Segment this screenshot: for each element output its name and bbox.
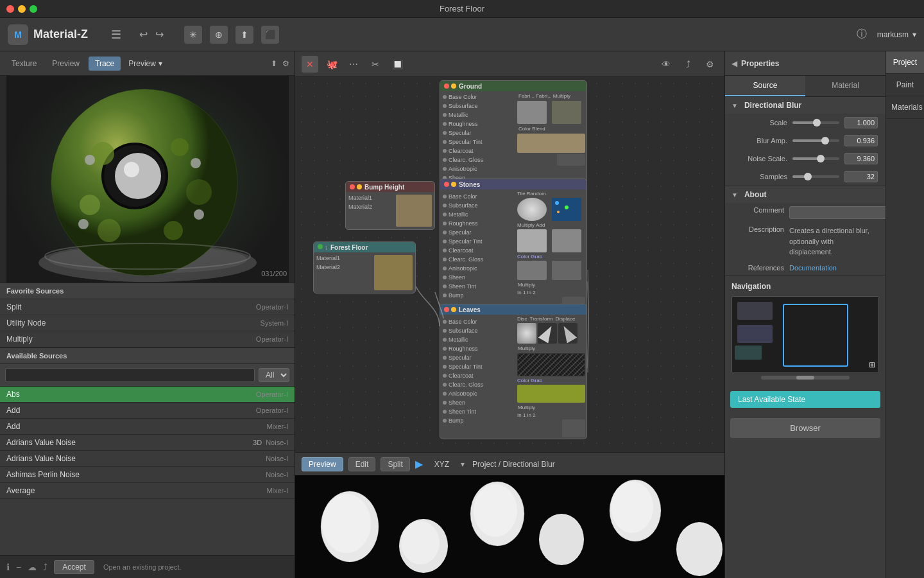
user-dropdown-icon[interactable]: ▾ (912, 30, 916, 39)
node-forest[interactable]: ↕ Forest Floor Material1 Material2 (313, 241, 416, 293)
nav-zoom-icon[interactable]: ⊞ (869, 360, 875, 369)
center-panel: ✕ 🐙 ⋯ ✂ 🔲 👁 ⤴ ⚙ Ground Bas (295, 51, 725, 578)
svg-point-10 (171, 138, 189, 156)
side-btn-materials[interactable]: Materials (886, 96, 924, 119)
noise-scale-label: Noise Scale. (733, 155, 787, 162)
about-refs-row: References Documentation (725, 261, 886, 275)
node-tool-add[interactable]: 🐙 (323, 56, 340, 73)
redo-button[interactable]: ↪ (153, 27, 166, 42)
fav-item-split[interactable]: Split Operator-I (0, 299, 295, 315)
close-button[interactable] (6, 5, 14, 13)
side-btn-paint[interactable]: Paint (886, 74, 924, 96)
cloud-icon[interactable]: ☁ (28, 562, 37, 572)
search-row: All (0, 364, 295, 387)
documentation-link[interactable]: Documentation (789, 264, 837, 272)
samples-value[interactable] (844, 171, 878, 182)
node-stones-header: Stones (440, 179, 586, 189)
upload-icon[interactable]: ⬆ (271, 59, 277, 68)
node-toolbar-right: 👁 ⤴ ⚙ (658, 56, 718, 73)
dropdown-arrow-icon: ▾ (158, 59, 162, 68)
svg-rect-41 (735, 346, 762, 360)
nav-map[interactable]: ⊞ (732, 296, 879, 373)
split-button[interactable]: Split (381, 457, 409, 471)
edit-button[interactable]: Edit (348, 457, 376, 471)
fav-item-multiply[interactable]: Multiply Operator-I (0, 331, 295, 347)
node-tool-connect[interactable]: ⋯ (345, 56, 362, 73)
preview-button[interactable]: Preview (302, 457, 343, 471)
samples-slider[interactable] (792, 171, 839, 182)
blur-amp-label: Blur Amp. (733, 137, 787, 144)
node-stones[interactable]: Stones Base Color Subsurface Metallic Ro… (440, 179, 587, 317)
bottom-bar: ℹ − ☁ ⤴ Accept Open an existing project. (0, 555, 295, 578)
gear-node-icon[interactable]: ⚙ (701, 56, 718, 73)
scale-value[interactable] (844, 117, 878, 128)
undo-redo-group: ↩ ↪ (137, 27, 166, 42)
blur-amp-value[interactable] (844, 135, 878, 146)
xyz-dropdown-icon[interactable]: ▾ (461, 460, 465, 469)
tab-source[interactable]: Source (725, 76, 805, 96)
settings-icon[interactable]: ⚙ (282, 59, 289, 68)
rp-side-buttons: Project Paint Materials (886, 51, 924, 578)
source-item-average[interactable]: Average Mixer-I (0, 483, 295, 499)
about-comment-row: Comment (725, 203, 886, 222)
comment-input[interactable] (789, 206, 886, 219)
node-tool-group[interactable]: 🔲 (389, 56, 406, 73)
info-status-icon[interactable]: ℹ (6, 562, 10, 572)
filter-select[interactable]: All (259, 368, 289, 382)
node-bump[interactable]: Bump Height Material1 Material2 (345, 181, 435, 230)
share-node-icon[interactable]: ⤴ (680, 56, 696, 73)
source-item-ashimas[interactable]: Ashimas Perlin Noise Noise-I (0, 467, 295, 483)
tab-material[interactable]: Material (805, 76, 886, 96)
browser-button[interactable]: Browser (730, 418, 880, 438)
about-collapse-icon: ▼ (732, 191, 738, 198)
info-icon[interactable]: ⓘ (857, 28, 867, 41)
play-icon[interactable]: ▶ (415, 458, 423, 470)
section-about-header[interactable]: ▼ About (725, 186, 886, 203)
eye-icon[interactable]: 👁 (658, 56, 674, 73)
source-item-add2[interactable]: Add Mixer-I (0, 419, 295, 435)
node-tool-cursor[interactable]: ✕ (302, 56, 318, 73)
maximize-button[interactable] (30, 5, 37, 13)
import-icon[interactable]: ⬛ (261, 26, 279, 44)
nav-scroll[interactable] (732, 376, 879, 380)
node-tool-cut[interactable]: ✂ (367, 56, 384, 73)
share-icon[interactable]: ⤴ (43, 562, 47, 572)
side-btn-project[interactable]: Project (886, 51, 924, 74)
source-item-adrians1[interactable]: Adrians Value Noise 3D Noise-I (0, 435, 295, 451)
topbar-actions: ⓘ markusm ▾ (857, 28, 916, 41)
window-controls[interactable] (6, 5, 37, 13)
minimize-button[interactable] (18, 5, 26, 13)
noise-scale-value[interactable] (844, 153, 878, 164)
section-blur-header[interactable]: ▼ Directional Blur (725, 97, 886, 114)
tab-texture[interactable]: Texture (5, 57, 43, 71)
svg-point-26 (474, 484, 517, 537)
accept-button[interactable]: Accept (54, 560, 94, 574)
rp-collapse-icon[interactable]: ◀ (732, 59, 737, 68)
transform-icon[interactable]: ✳ (184, 26, 202, 44)
svg-point-7 (115, 153, 161, 199)
export-icon[interactable]: ⬆ (235, 26, 253, 44)
node-leaves[interactable]: Leaves Base Color Subsurface Metallic Ro… (440, 304, 587, 439)
source-item-add1[interactable]: Add Operator-I (0, 403, 295, 419)
undo-button[interactable]: ↩ (137, 27, 150, 42)
svg-point-29 (611, 482, 653, 533)
blur-amp-slider[interactable] (792, 136, 839, 146)
tab-preview-dropdown[interactable]: Preview ▾ (123, 57, 167, 71)
minus-icon[interactable]: − (16, 562, 21, 572)
scale-slider[interactable] (792, 118, 839, 128)
prop-scale: Scale (725, 114, 886, 132)
search-input[interactable] (5, 368, 255, 382)
source-item-adrians2[interactable]: Adrians Value Noise Noise-I (0, 451, 295, 467)
user-area[interactable]: markusm ▾ (877, 30, 916, 39)
source-item-abs[interactable]: Abs Operator-I (0, 387, 295, 403)
tab-preview[interactable]: Preview (46, 57, 86, 71)
fav-item-utility[interactable]: Utility Node System-I (0, 315, 295, 331)
tab-trace[interactable]: Trace (89, 57, 121, 71)
svg-point-17 (78, 219, 89, 229)
menu-icon[interactable]: ☰ (111, 28, 121, 42)
avail-sources-header: Available Sources (0, 348, 295, 364)
noise-scale-slider[interactable] (792, 153, 839, 164)
node-canvas[interactable]: Ground Base Color Subsurface Metallic Ro… (295, 77, 724, 452)
select-icon[interactable]: ⊕ (210, 26, 228, 44)
sphere-scene (0, 76, 295, 283)
